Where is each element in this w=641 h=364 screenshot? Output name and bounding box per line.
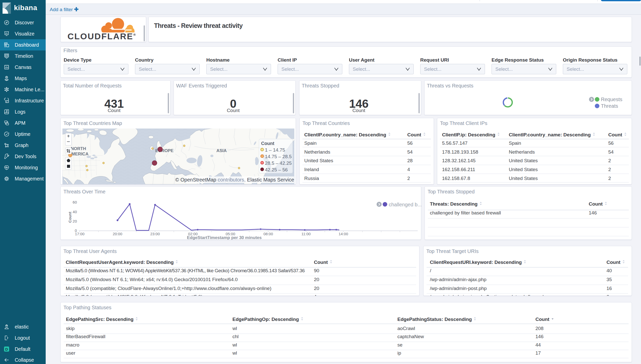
svg-text:17:00: 17:00 [75, 232, 85, 236]
svg-text:40: 40 [73, 210, 77, 214]
svg-text:NORTH: NORTH [71, 146, 86, 151]
svg-text:60: 60 [73, 200, 77, 204]
svg-text:11:00: 11:00 [301, 232, 311, 236]
svg-text:20: 20 [73, 219, 77, 223]
svg-text:D: D [5, 347, 8, 351]
svg-text:23:00: 23:00 [150, 232, 160, 236]
svg-text:08:00: 08:00 [263, 232, 273, 236]
svg-text:20:00: 20:00 [113, 232, 122, 236]
svg-text:14:00: 14:00 [339, 232, 348, 236]
svg-text:Count: Count [68, 212, 72, 223]
svg-text:ASIA: ASIA [216, 148, 227, 153]
svg-text:EdgeStartTimestamp per 30 minu: EdgeStartTimestamp per 30 minutes [187, 235, 262, 240]
